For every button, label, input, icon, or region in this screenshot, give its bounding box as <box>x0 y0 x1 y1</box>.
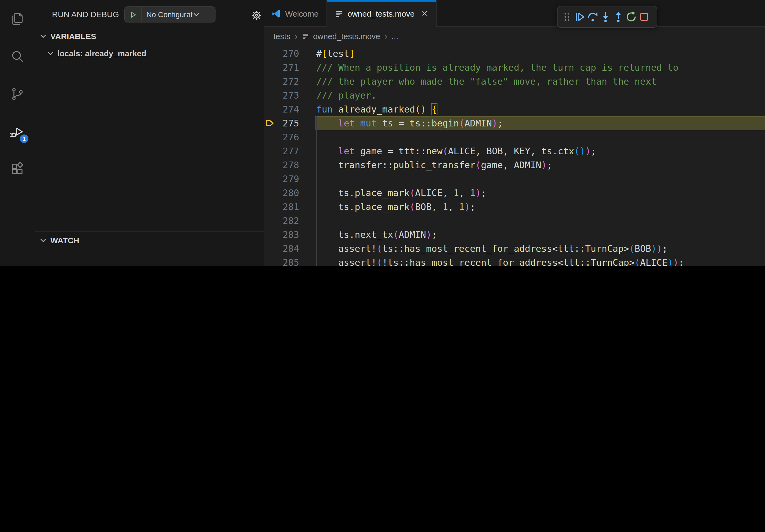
line-number[interactable]: 282 <box>264 214 299 228</box>
code-line[interactable]: 271/// When a position is already marked… <box>264 61 765 75</box>
breadcrumb: tests › owned_tests.move › ... <box>264 27 765 46</box>
section-label: VARIABLES <box>50 31 96 40</box>
chevron-down-icon <box>47 49 55 57</box>
explorer-icon[interactable] <box>0 0 35 38</box>
code-text: assert!(ts::has_most_recent_for_address<… <box>316 242 667 256</box>
code-line[interactable]: 272/// the player who made the "false" m… <box>264 75 765 89</box>
code-text: ts.place_mark(ALICE, 1, 1); <box>316 186 486 200</box>
section-label: WATCH <box>50 235 79 245</box>
editor-group: Welcome owned_tests.move <box>264 0 765 266</box>
code-line[interactable]: 279 <box>264 172 765 186</box>
toolbar-drag-handle[interactable] <box>561 11 572 23</box>
line-number[interactable]: 278 <box>264 158 299 172</box>
continue-icon[interactable] <box>574 11 585 23</box>
scope-label: locals: already_marked <box>57 49 146 58</box>
debug-badge: 1 <box>20 134 28 143</box>
code-text: transfer::public_transfer(game, ADMIN); <box>316 158 552 172</box>
breadcrumb-file[interactable]: owned_tests.move <box>313 32 380 41</box>
line-number[interactable]: 280 <box>264 186 299 200</box>
tab-label: Welcome <box>285 9 319 18</box>
chevron-down-icon <box>39 32 47 40</box>
code-line[interactable]: 276 <box>264 130 765 144</box>
code-line[interactable]: 280 ts.place_mark(ALICE, 1, 1); <box>264 186 765 200</box>
line-number[interactable]: 276 <box>264 130 299 144</box>
extensions-icon[interactable] <box>0 150 35 187</box>
line-number[interactable]: 272 <box>264 75 299 89</box>
tab-bar: Welcome owned_tests.move <box>264 0 765 27</box>
code-line[interactable]: 274fun already_marked() { <box>264 102 765 116</box>
section-watch[interactable]: WATCH <box>35 231 264 248</box>
code-area[interactable]: 270#[test]271/// When a position is alre… <box>264 46 765 266</box>
close-icon[interactable] <box>421 10 428 17</box>
indent-guide <box>316 214 317 228</box>
tab-welcome[interactable]: Welcome <box>264 0 327 27</box>
breadcrumb-separator: › <box>295 31 298 41</box>
line-number[interactable]: 277 <box>264 144 299 158</box>
indent-guide <box>316 130 317 144</box>
current-frame-icon <box>265 119 274 128</box>
run-config-dropdown[interactable]: No Configuration <box>124 6 216 23</box>
activity-bar: 1 <box>0 0 35 266</box>
code-text: assert!(!ts::has_most_recent_for_address… <box>316 256 684 266</box>
run-and-debug-panel: RUN AND DEBUG No Configuration ··· VARIA… <box>35 0 264 266</box>
restart-icon[interactable] <box>625 11 637 23</box>
code-line[interactable]: 278 transfer::public_transfer(game, ADMI… <box>264 158 765 172</box>
run-and-debug-icon[interactable]: 1 <box>0 113 35 150</box>
line-number[interactable]: 271 <box>264 61 299 75</box>
search-icon[interactable] <box>0 38 35 75</box>
code-line[interactable]: 275 let mut ts = ts::begin(ADMIN); <box>264 116 765 130</box>
step-into-icon[interactable] <box>599 11 611 23</box>
vscode-window: 1 <box>0 0 765 266</box>
breadcrumb-folder[interactable]: tests <box>274 32 290 41</box>
source-control-icon[interactable] <box>0 75 35 113</box>
indent-guide <box>316 172 317 186</box>
vscode-logo-icon <box>272 9 281 18</box>
panel-title: RUN AND DEBUG <box>52 10 119 19</box>
code-text: fun already_marked() { <box>316 102 437 116</box>
breadcrumb-symbol[interactable]: ... <box>391 32 398 41</box>
line-number[interactable]: 273 <box>264 89 299 102</box>
code-line[interactable]: 283 ts.next_tx(ADMIN); <box>264 228 765 242</box>
variables-scope-row[interactable]: locals: already_marked <box>35 45 264 61</box>
step-out-icon[interactable] <box>612 11 624 23</box>
code-text: /// When a position is already marked, t… <box>316 61 678 75</box>
line-number[interactable]: 270 <box>264 47 299 61</box>
tab-label: owned_tests.move <box>348 9 415 18</box>
code-text: ts.place_mark(BOB, 1, 1); <box>316 200 475 214</box>
code-text: #[test] <box>316 47 355 61</box>
line-number[interactable]: 283 <box>264 228 299 242</box>
code-line[interactable]: 282 <box>264 214 765 228</box>
start-debugging-icon[interactable] <box>125 7 142 22</box>
stop-icon[interactable] <box>638 11 650 23</box>
chevron-down-icon <box>39 236 47 244</box>
step-over-icon[interactable] <box>586 11 598 23</box>
code-text: let game = ttt::new(ALICE, BOB, KEY, ts.… <box>316 144 596 158</box>
code-line[interactable]: 281 ts.place_mark(BOB, 1, 1); <box>264 200 765 214</box>
debug-settings-gear-icon[interactable] <box>252 10 262 23</box>
code-line[interactable]: 277 let game = ttt::new(ALICE, BOB, KEY,… <box>264 144 765 158</box>
line-number[interactable]: 284 <box>264 242 299 256</box>
code-line[interactable]: 284 assert!(ts::has_most_recent_for_addr… <box>264 242 765 256</box>
section-variables[interactable]: VARIABLES <box>35 28 264 44</box>
line-number[interactable]: 281 <box>264 200 299 214</box>
move-file-icon <box>335 9 344 17</box>
code-text: /// player. <box>316 89 377 102</box>
line-number[interactable]: 279 <box>264 172 299 186</box>
debug-toolbar <box>557 6 657 28</box>
code-line[interactable]: 273/// player. <box>264 89 765 102</box>
activity-bar-top: 1 <box>0 0 35 187</box>
code-text: let mut ts = ts::begin(ADMIN); <box>316 116 503 130</box>
breadcrumb-separator: › <box>384 31 387 41</box>
line-number[interactable]: 285 <box>264 256 299 266</box>
chevron-down-icon <box>193 11 200 18</box>
move-file-icon <box>302 33 309 40</box>
code-line[interactable]: 285 assert!(!ts::has_most_recent_for_add… <box>264 256 765 266</box>
code-text: /// the player who made the "false" move… <box>316 75 656 89</box>
line-number[interactable]: 274 <box>264 102 299 116</box>
code-text: ts.next_tx(ADMIN); <box>316 228 437 242</box>
code-line[interactable]: 270#[test] <box>264 47 765 61</box>
tab-owned-tests[interactable]: owned_tests.move <box>327 0 437 27</box>
run-config-label: No Configuration <box>146 10 193 19</box>
